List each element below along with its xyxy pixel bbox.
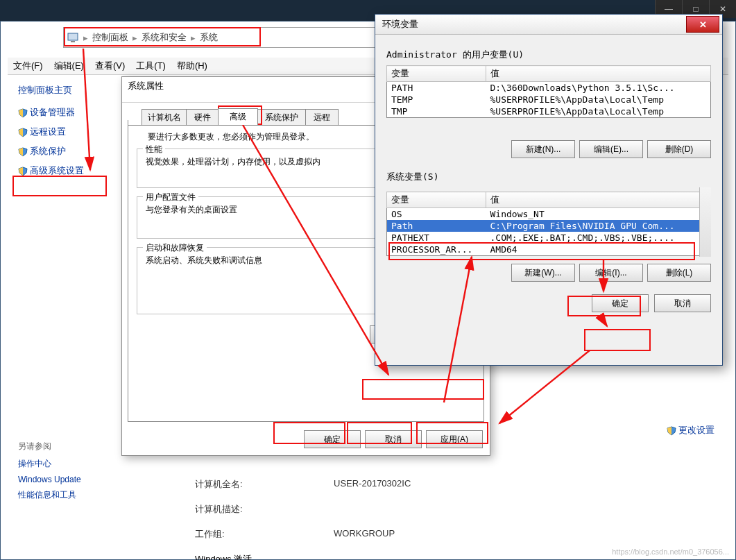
group-startup-title: 启动和故障恢复	[143, 242, 207, 254]
highlight-env-button	[362, 379, 484, 400]
sys-delete-button[interactable]: 删除(L)	[647, 264, 711, 282]
group-profile-title: 用户配置文件	[143, 192, 198, 203]
group-performance-title: 性能	[143, 144, 165, 155]
sidebar-remote[interactable]: 远程设置	[18, 126, 115, 138]
table-row[interactable]: PATHD:\360Downloads\Python 3.5.1\Sc...	[387, 82, 711, 94]
col-val[interactable]: 值	[486, 192, 711, 208]
change-settings-link[interactable]: 更改设置	[667, 424, 714, 436]
workgroup-label: 工作组:	[195, 528, 334, 541]
table-row[interactable]: PathC:\Program Files\NVIDIA GPU Com...	[387, 220, 711, 232]
sidebar-perf[interactable]: 性能信息和工具	[18, 489, 115, 501]
highlight-path-row	[388, 242, 695, 260]
env-cancel-button[interactable]: 取消	[654, 294, 711, 312]
env-dialog-title: 环境变量	[382, 18, 418, 31]
col-val[interactable]: 值	[486, 66, 711, 82]
highlight-env-ok	[584, 329, 651, 351]
table-row[interactable]: OSWindows_NT	[387, 208, 711, 221]
highlight-edit-i-button	[567, 296, 641, 316]
workgroup-value: WORKGROUP	[334, 528, 395, 541]
shield-icon	[667, 426, 676, 436]
highlight-cancel-button	[347, 422, 412, 444]
user-new-button[interactable]: 新建(N)...	[511, 140, 575, 158]
user-vars-table: 变量值 PATHD:\360Downloads\Python 3.5.1\Sc.…	[386, 65, 711, 118]
table-row[interactable]: TMP%USERPROFILE%\AppData\Local\Temp	[387, 105, 711, 118]
menu-tools[interactable]: 工具(T)	[130, 58, 171, 74]
computer-desc-label: 计算机描述:	[195, 503, 334, 516]
shield-icon	[18, 147, 28, 157]
user-delete-button[interactable]: 删除(D)	[647, 140, 711, 158]
user-vars-label: Administrator 的用户变量(U)	[386, 49, 711, 61]
highlight-apply-button	[416, 422, 488, 444]
shield-icon	[18, 128, 28, 137]
tab-advanced[interactable]: 高级	[218, 108, 258, 125]
menu-help[interactable]: 帮助(H)	[171, 58, 213, 74]
menu-view[interactable]: 查看(V)	[89, 58, 130, 74]
highlight-breadcrumb	[64, 27, 261, 46]
shield-icon	[18, 108, 28, 118]
highlight-ok-button	[273, 422, 345, 444]
shield-icon	[18, 167, 28, 176]
close-button[interactable]: ✕	[686, 16, 719, 33]
highlight-advanced-link	[12, 176, 107, 196]
sys-vars-label: 系统变量(S)	[386, 171, 711, 183]
user-edit-button[interactable]: 编辑(E)...	[579, 140, 643, 158]
sidebar-home-link[interactable]: 控制面板主页	[18, 84, 115, 96]
table-row[interactable]: TEMP%USERPROFILE%\AppData\Local\Temp	[387, 94, 711, 105]
computer-name-value: USER-20170302IC	[334, 478, 411, 491]
side-panel: 控制面板主页 设备管理器 远程设置 系统保护 高级系统设置 另请参阅 操作中心 …	[18, 84, 115, 506]
sidebar-action-center[interactable]: 操作中心	[18, 458, 115, 470]
see-also-header: 另请参阅	[18, 441, 115, 452]
menu-file[interactable]: 文件(F)	[8, 58, 49, 74]
env-vars-dialog: 环境变量 ✕ Administrator 的用户变量(U) 变量值 PATHD:…	[375, 14, 723, 366]
env-dialog-titlebar: 环境变量 ✕	[375, 15, 722, 35]
watermark: https://blog.csdn.net/m0_376056...	[612, 548, 729, 556]
computer-name-label: 计算机全名:	[195, 478, 334, 491]
sys-edit-button[interactable]: 编辑(I)...	[579, 264, 643, 282]
sidebar-protect[interactable]: 系统保护	[18, 145, 115, 158]
col-var[interactable]: 变量	[387, 192, 486, 208]
menu-edit[interactable]: 编辑(E)	[49, 58, 89, 74]
sys-new-button[interactable]: 新建(W)...	[511, 264, 575, 282]
sidebar-device-manager[interactable]: 设备管理器	[18, 106, 115, 119]
sidebar-windows-update[interactable]: Windows Update	[18, 475, 115, 484]
col-var[interactable]: 变量	[387, 66, 486, 82]
